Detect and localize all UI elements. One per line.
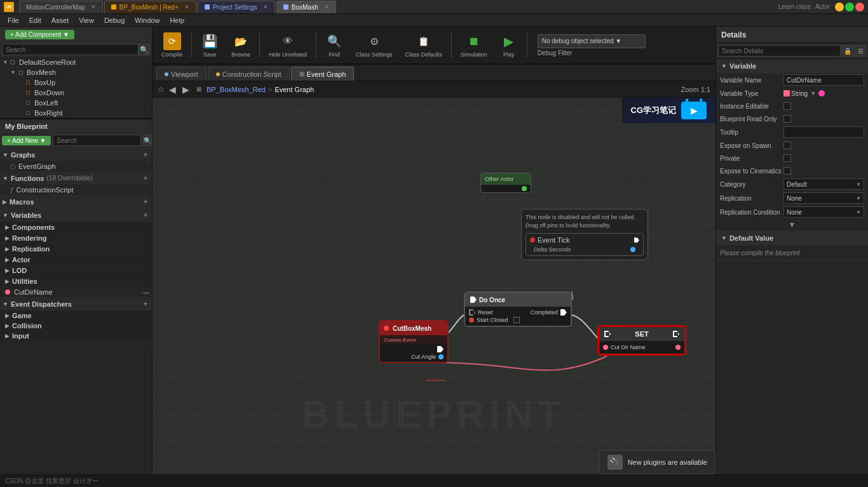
add-new-btn[interactable]: + Add New ▼ <box>2 136 51 145</box>
search-icon[interactable]: 🔍 <box>139 44 150 55</box>
back-btn[interactable]: ◀ <box>167 84 178 95</box>
doonce-node[interactable]: Do Once Reset Completed <box>464 291 572 327</box>
menu-help[interactable]: Help <box>165 15 189 25</box>
utilities-subsection[interactable]: ▶ Utilities <box>0 276 152 286</box>
find-btn[interactable]: 🔍 Find <box>322 30 347 60</box>
class-defaults-btn[interactable]: 📋 Class Defaults <box>402 30 446 60</box>
construction-script-item[interactable]: ƒ ConstructionScript <box>0 185 152 195</box>
minimize-btn[interactable] <box>835 3 844 11</box>
tab-motioncart[interactable]: MotionControllerMap ✕ <box>19 1 103 13</box>
hide-unrelated-btn[interactable]: 👁 Hide Unrelated <box>265 30 311 60</box>
close-icon[interactable]: ✕ <box>184 4 189 10</box>
lod-subsection[interactable]: ▶ LOD <box>0 265 152 276</box>
viewport-icon <box>165 72 168 76</box>
variable-collapse[interactable]: — <box>143 289 149 296</box>
default-value-header[interactable]: ▼ Default Value <box>716 231 868 245</box>
functions-section[interactable]: ▼ Functions (18 Overridable) ＋ <box>0 171 152 185</box>
close-btn[interactable] <box>855 3 864 11</box>
instance-editable-checkbox[interactable] <box>783 102 791 110</box>
close-icon[interactable]: ✕ <box>263 4 268 10</box>
close-icon[interactable]: ✕ <box>91 4 96 10</box>
browse-btn[interactable]: 📂 Browse <box>227 30 254 60</box>
private-checkbox[interactable] <box>783 154 791 162</box>
separator <box>527 32 527 58</box>
input-section[interactable]: ▶ Input <box>0 331 152 341</box>
blueprint-readonly-checkbox[interactable] <box>783 115 791 123</box>
save-btn[interactable]: 💾 Save <box>197 30 222 60</box>
add-icon[interactable]: ＋ <box>142 298 149 309</box>
tree-item-boxup[interactable]: □ BoxUp <box>0 77 152 88</box>
variables-section[interactable]: ▼ Variables ＋ <box>0 208 152 222</box>
macros-section[interactable]: ▶ Macros ＋ <box>0 195 152 208</box>
play-btn[interactable]: ▶ Play <box>496 30 522 60</box>
set-node[interactable]: SET Cut Dir Name <box>597 325 686 356</box>
subtab-eventgraph[interactable]: ⊞ Event Graph <box>291 67 355 81</box>
expand-btn[interactable]: ▼ <box>789 220 796 229</box>
expose-spawn-checkbox[interactable] <box>783 142 791 149</box>
menu-window[interactable]: Window <box>130 15 165 25</box>
delta-pin <box>630 247 635 252</box>
subtab-viewport[interactable]: Viewport <box>156 67 207 81</box>
components-search-input[interactable] <box>2 44 139 55</box>
add-icon[interactable]: ＋ <box>142 173 149 183</box>
simulation-btn[interactable]: ⏹ Simulation <box>457 30 491 60</box>
bookmark-icon[interactable]: ☆ <box>158 85 165 94</box>
variable-section-header[interactable]: ▼ Variable <box>716 59 868 73</box>
my-blueprint-search-input[interactable] <box>53 135 141 146</box>
replication-condition-dropdown[interactable]: None ▼ <box>783 206 864 218</box>
add-icon[interactable]: ＋ <box>142 210 149 220</box>
event-graph-item[interactable]: ⬡ EventGraph <box>0 161 152 171</box>
replication-dropdown[interactable]: None ▼ <box>783 192 864 204</box>
tree-item-boxdown[interactable]: □ BoxDown <box>0 88 152 98</box>
type-extra-btn[interactable] <box>818 90 825 97</box>
cutboxmesh-node[interactable]: CutBoxMesh Custom Event Cut Angle <box>379 320 449 363</box>
tree-item-boxleft[interactable]: □ BoxLeft <box>0 98 152 108</box>
collision-section[interactable]: ▶ Collision <box>0 321 152 331</box>
actor-subsection[interactable]: ▶ Actor <box>0 255 152 265</box>
details-search-input[interactable] <box>718 45 841 57</box>
cutdirname-variable[interactable]: CutDirName — <box>0 287 152 297</box>
event-dispatchers-section[interactable]: ▼ Event Dispatchers ＋ <box>0 297 152 310</box>
forward-btn[interactable]: ▶ <box>180 84 191 95</box>
menu-view[interactable]: View <box>74 15 99 25</box>
lock-icon[interactable]: 🔒 <box>842 45 853 57</box>
tab-boxmesh[interactable]: BP_BoxMesh | Red+ ✕ <box>104 1 196 13</box>
close-icon[interactable]: ✕ <box>324 4 329 10</box>
menu-edit[interactable]: Edit <box>24 15 46 25</box>
variable-name-input[interactable] <box>783 74 864 86</box>
rendering-subsection[interactable]: ▶ Rendering <box>0 233 152 243</box>
tree-item-defaultsceneroot[interactable]: ▼ ⬡ DefaultSceneRoot <box>0 57 152 67</box>
add-icon[interactable]: ＋ <box>142 149 149 160</box>
replication-subsection[interactable]: ▶ Replication <box>0 244 152 254</box>
type-dropdown[interactable]: String ▼ <box>783 90 825 97</box>
start-closed-checkbox[interactable] <box>513 317 520 323</box>
menu-debug[interactable]: Debug <box>99 15 130 25</box>
breadcrumb-parent[interactable]: BP_BoxMesh_Red <box>207 86 266 93</box>
menu-file[interactable]: File <box>3 15 24 25</box>
game-section[interactable]: ▶ Game <box>0 310 152 321</box>
expose-cinematics-checkbox[interactable] <box>783 167 791 175</box>
category-dropdown[interactable]: Default ▼ <box>783 178 864 190</box>
debug-object-dropdown[interactable]: No debug object selected ▼ <box>538 34 646 48</box>
subtab-construction[interactable]: Construction Script <box>208 67 290 81</box>
tab-projectsettings[interactable]: Project Settings ✕ <box>198 1 275 13</box>
other-actor-pin-row <box>481 185 531 192</box>
blueprint-canvas[interactable]: BLUEPRINT This node is disabled and will… <box>153 98 715 487</box>
components-subsection[interactable]: ▶ Components <box>0 222 152 232</box>
class-settings-btn[interactable]: ⚙ Class Settings <box>352 30 397 60</box>
graphs-section[interactable]: ▼ Graphs ＋ <box>0 148 152 161</box>
tab-boxmash[interactable]: BoxMash ✕ <box>276 1 336 13</box>
maximize-btn[interactable] <box>845 3 854 11</box>
tooltip-input[interactable] <box>783 126 864 138</box>
collapse-triangle: ▼ <box>721 63 727 69</box>
add-icon[interactable]: ＋ <box>142 196 149 207</box>
collapse-arrow: ▼ <box>3 175 8 182</box>
details-settings-icon[interactable]: ☰ <box>855 45 866 57</box>
tree-item-boxmesh[interactable]: ▼ ◻ BoxMesh <box>0 67 152 77</box>
compile-btn[interactable]: ⟳ Compile <box>158 30 186 60</box>
plugin-banner[interactable]: 🔌 New plugins are available <box>599 450 715 474</box>
add-component-btn[interactable]: + Add Component ▼ <box>5 30 74 39</box>
tree-item-boxright[interactable]: □ BoxRight <box>0 108 152 118</box>
menu-asset[interactable]: Asset <box>46 15 74 25</box>
search-icon[interactable]: 🔍 <box>143 135 152 146</box>
